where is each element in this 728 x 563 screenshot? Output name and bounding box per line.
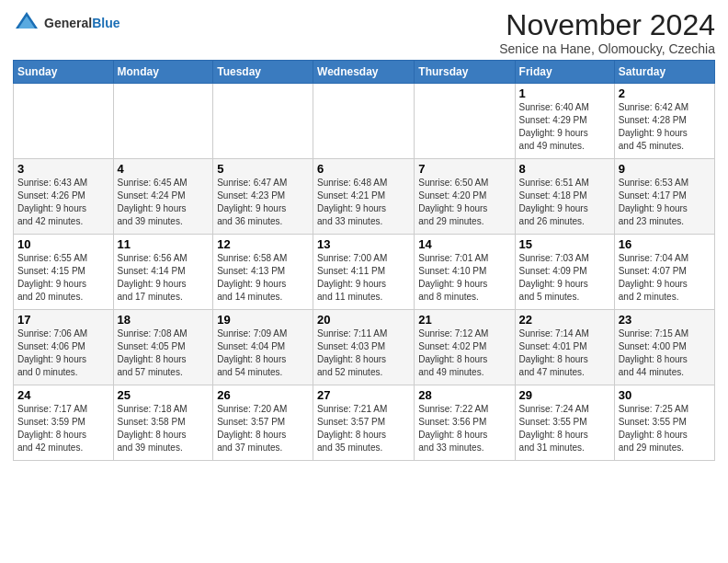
calendar-week-4: 24Sunrise: 7:17 AM Sunset: 3:59 PM Dayli… [14,385,715,461]
table-row: 3Sunrise: 6:43 AM Sunset: 4:26 PM Daylig… [14,159,114,235]
day-info: Sunrise: 7:20 AM Sunset: 3:57 PM Dayligh… [217,403,309,454]
table-row [14,84,114,159]
table-row: 23Sunrise: 7:15 AM Sunset: 4:00 PM Dayli… [614,310,714,385]
day-number: 7 [418,162,510,176]
table-row: 1Sunrise: 6:40 AM Sunset: 4:29 PM Daylig… [515,84,614,159]
day-number: 15 [519,237,610,251]
day-info: Sunrise: 6:40 AM Sunset: 4:29 PM Dayligh… [519,101,610,153]
day-info: Sunrise: 6:45 AM Sunset: 4:24 PM Dayligh… [118,177,210,228]
day-number: 29 [519,388,610,402]
day-number: 4 [118,162,210,176]
table-row: 11Sunrise: 6:56 AM Sunset: 4:14 PM Dayli… [113,235,213,310]
table-row: 2Sunrise: 6:42 AM Sunset: 4:28 PM Daylig… [614,84,714,159]
day-number: 12 [217,237,309,251]
day-number: 24 [17,388,109,402]
day-info: Sunrise: 7:14 AM Sunset: 4:01 PM Dayligh… [519,327,610,379]
day-number: 16 [619,237,711,251]
day-info: Sunrise: 6:47 AM Sunset: 4:23 PM Dayligh… [217,177,309,228]
day-number: 17 [17,313,109,327]
table-row: 9Sunrise: 6:53 AM Sunset: 4:17 PM Daylig… [614,159,714,235]
table-row: 10Sunrise: 6:55 AM Sunset: 4:15 PM Dayli… [14,235,114,310]
day-info: Sunrise: 7:00 AM Sunset: 4:11 PM Dayligh… [317,252,410,304]
logo-general: General [44,16,92,30]
table-row [113,84,213,159]
day-info: Sunrise: 7:06 AM Sunset: 4:06 PM Dayligh… [17,327,109,379]
table-row: 7Sunrise: 6:50 AM Sunset: 4:20 PM Daylig… [415,159,515,235]
col-wednesday: Wednesday [313,61,415,84]
col-friday: Friday [515,61,614,84]
table-row: 12Sunrise: 6:58 AM Sunset: 4:13 PM Dayli… [213,235,313,310]
table-row: 6Sunrise: 6:48 AM Sunset: 4:21 PM Daylig… [313,159,415,235]
table-row [313,84,415,159]
day-number: 2 [619,86,711,100]
day-info: Sunrise: 6:42 AM Sunset: 4:28 PM Dayligh… [619,101,711,153]
day-info: Sunrise: 6:50 AM Sunset: 4:20 PM Dayligh… [418,177,510,228]
day-number: 11 [118,237,210,251]
day-number: 6 [317,162,410,176]
day-number: 22 [519,313,610,327]
logo: GeneralBlue [13,9,119,37]
logo-icon [13,9,40,37]
col-tuesday: Tuesday [213,61,313,84]
day-number: 21 [418,313,510,327]
day-info: Sunrise: 6:43 AM Sunset: 4:26 PM Dayligh… [17,177,109,228]
day-number: 18 [118,313,210,327]
col-monday: Monday [113,61,213,84]
day-info: Sunrise: 6:48 AM Sunset: 4:21 PM Dayligh… [317,177,410,228]
table-row: 26Sunrise: 7:20 AM Sunset: 3:57 PM Dayli… [213,385,313,461]
calendar-week-0: 1Sunrise: 6:40 AM Sunset: 4:29 PM Daylig… [14,84,715,159]
day-info: Sunrise: 7:04 AM Sunset: 4:07 PM Dayligh… [619,252,711,304]
logo-text: GeneralBlue [44,16,119,31]
day-number: 30 [619,388,711,402]
table-row: 4Sunrise: 6:45 AM Sunset: 4:24 PM Daylig… [113,159,213,235]
day-number: 3 [17,162,109,176]
table-row: 29Sunrise: 7:24 AM Sunset: 3:55 PM Dayli… [515,385,614,461]
table-row: 22Sunrise: 7:14 AM Sunset: 4:01 PM Dayli… [515,310,614,385]
day-info: Sunrise: 7:09 AM Sunset: 4:04 PM Dayligh… [217,327,309,379]
day-info: Sunrise: 6:58 AM Sunset: 4:13 PM Dayligh… [217,252,309,304]
day-info: Sunrise: 7:01 AM Sunset: 4:10 PM Dayligh… [418,252,510,304]
day-info: Sunrise: 6:55 AM Sunset: 4:15 PM Dayligh… [17,252,109,304]
day-info: Sunrise: 7:15 AM Sunset: 4:00 PM Dayligh… [619,327,711,379]
table-row: 30Sunrise: 7:25 AM Sunset: 3:55 PM Dayli… [614,385,714,461]
calendar-week-1: 3Sunrise: 6:43 AM Sunset: 4:26 PM Daylig… [14,159,715,235]
location: Senice na Hane, Olomoucky, Czechia [499,41,715,56]
day-info: Sunrise: 6:53 AM Sunset: 4:17 PM Dayligh… [619,177,711,228]
day-info: Sunrise: 7:12 AM Sunset: 4:02 PM Dayligh… [418,327,510,379]
table-row: 25Sunrise: 7:18 AM Sunset: 3:58 PM Dayli… [113,385,213,461]
day-number: 20 [317,313,410,327]
table-row [213,84,313,159]
page-container: GeneralBlue November 2024 Senice na Hane… [0,0,728,466]
table-row: 16Sunrise: 7:04 AM Sunset: 4:07 PM Dayli… [614,235,714,310]
table-row: 28Sunrise: 7:22 AM Sunset: 3:56 PM Dayli… [415,385,515,461]
table-row: 27Sunrise: 7:21 AM Sunset: 3:57 PM Dayli… [313,385,415,461]
day-number: 23 [619,313,711,327]
day-number: 10 [17,237,109,251]
day-info: Sunrise: 6:51 AM Sunset: 4:18 PM Dayligh… [519,177,610,228]
day-info: Sunrise: 7:21 AM Sunset: 3:57 PM Dayligh… [317,403,410,454]
day-info: Sunrise: 7:24 AM Sunset: 3:55 PM Dayligh… [519,403,610,454]
table-row: 24Sunrise: 7:17 AM Sunset: 3:59 PM Dayli… [14,385,114,461]
calendar-header-row: Sunday Monday Tuesday Wednesday Thursday… [14,61,715,84]
col-thursday: Thursday [415,61,515,84]
day-info: Sunrise: 7:08 AM Sunset: 4:05 PM Dayligh… [118,327,210,379]
day-number: 13 [317,237,410,251]
col-sunday: Sunday [14,61,114,84]
day-info: Sunrise: 6:56 AM Sunset: 4:14 PM Dayligh… [118,252,210,304]
day-info: Sunrise: 7:11 AM Sunset: 4:03 PM Dayligh… [317,327,410,379]
calendar-week-3: 17Sunrise: 7:06 AM Sunset: 4:06 PM Dayli… [14,310,715,385]
table-row: 18Sunrise: 7:08 AM Sunset: 4:05 PM Dayli… [113,310,213,385]
day-number: 14 [418,237,510,251]
day-number: 5 [217,162,309,176]
day-number: 19 [217,313,309,327]
day-number: 8 [519,162,610,176]
table-row: 13Sunrise: 7:00 AM Sunset: 4:11 PM Dayli… [313,235,415,310]
header: GeneralBlue November 2024 Senice na Hane… [13,9,715,56]
day-info: Sunrise: 7:18 AM Sunset: 3:58 PM Dayligh… [118,403,210,454]
day-number: 28 [418,388,510,402]
day-info: Sunrise: 7:03 AM Sunset: 4:09 PM Dayligh… [519,252,610,304]
col-saturday: Saturday [614,61,714,84]
calendar-week-2: 10Sunrise: 6:55 AM Sunset: 4:15 PM Dayli… [14,235,715,310]
logo-blue: Blue [92,16,119,30]
title-block: November 2024 Senice na Hane, Olomoucky,… [499,9,715,56]
